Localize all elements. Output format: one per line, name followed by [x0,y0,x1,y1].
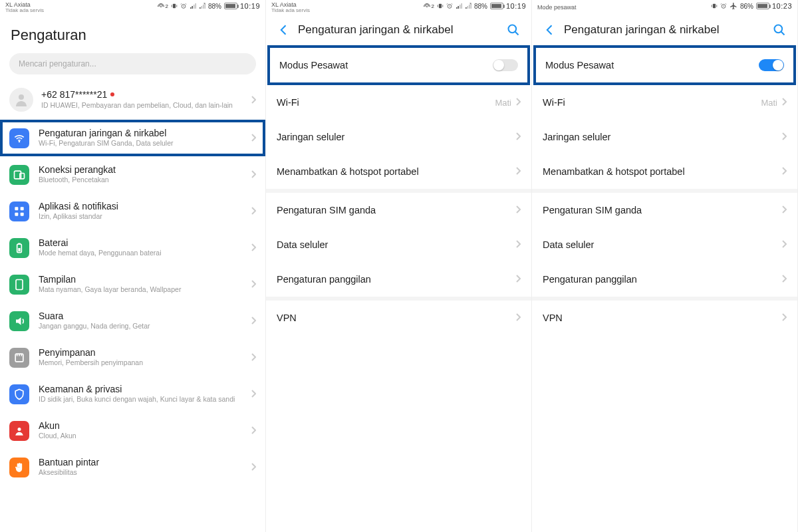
svg-text:×: × [469,3,471,5]
chevron-right-icon [781,239,787,251]
network-item[interactable]: Menambatkan & hotspot portabel [266,154,531,189]
item-title: Aplikasi & notifikasi [39,201,243,211]
account-phone: +62 817******21 [41,89,107,100]
airplane-mode-label: Modus Pesawat [545,60,759,70]
account-icon [9,421,29,441]
airplane-mode-row[interactable]: Modus Pesawat [535,47,795,84]
chevron-right-icon [515,96,521,108]
network-item[interactable]: Menambatkan & hotspot portabel [532,154,797,189]
item-title: Keamanan & privasi [39,384,243,394]
avatar-icon [9,88,33,112]
battery-icon [9,238,29,258]
settings-item[interactable]: PenyimpananMemori, Pembersih penyimpanan [0,339,265,376]
status-sub: Tidak ada servis [271,8,310,13]
network-item[interactable]: Wi-FiMati [532,85,797,120]
status-bar: Mode pesawat 86% 10:23 [532,0,797,15]
alarm-icon [180,3,187,9]
item-title: Suara [39,311,243,321]
chevron-right-icon [251,169,256,181]
chevron-right-icon [251,352,256,364]
svg-rect-19 [439,4,442,9]
network-list: Wi-FiMatiJaringan selulerMenambatkan & h… [266,85,531,335]
chevron-right-icon [781,312,787,324]
network-item[interactable]: Pengaturan SIM ganda [532,193,797,227]
svg-text:×: × [203,3,205,5]
chevron-right-icon [251,205,256,217]
chevron-right-icon [515,204,521,216]
item-sub: Bluetooth, Pencetakan [39,176,243,185]
status-bar: XL Axiata Tidak ada servis 2 × 88% 10:19 [266,0,531,15]
chevron-right-icon [251,242,256,254]
search-button[interactable] [502,19,525,41]
storage-icon [9,348,29,368]
signal2-icon: × [199,3,205,9]
back-button[interactable] [539,19,561,41]
alarm-icon [720,3,727,9]
search-button[interactable] [768,19,791,41]
status-time: 10:23 [772,2,792,10]
network-item[interactable]: Jaringan seluler [532,120,797,154]
chevron-right-icon [251,462,256,473]
chevron-right-icon [251,94,256,106]
settings-list: Pengaturan jaringan & nirkabelWi-Fi, Pen… [0,120,265,485]
page-title: Pengaturan [0,15,265,53]
settings-item[interactable]: Bantuan pintarAksesibilitas [0,449,265,485]
display-icon [9,275,29,295]
settings-item[interactable]: Keamanan & privasiID sidik jari, Buka ku… [0,376,265,412]
chevron-right-icon [781,273,787,285]
vibrate-icon [437,3,444,9]
account-sub: ID HUAWEI, Pembayaran dan pembelian, Clo… [41,101,256,110]
network-item[interactable]: Data seluler [532,227,797,262]
network-item[interactable]: VPN [266,301,531,335]
item-title: Baterai [39,237,243,248]
settings-item[interactable]: BateraiMode hemat daya, Penggunaan bater… [0,229,265,266]
svg-rect-13 [18,243,20,244]
account-row[interactable]: +62 817******21 ID HUAWEI, Pembayaran da… [0,81,265,120]
battery-icon [756,3,769,9]
item-label: Menambatkan & hotspot portabel [277,166,515,177]
item-title: Akun [39,420,243,431]
header-bar: Pengaturan jaringan & nirkabel [266,15,531,45]
settings-item[interactable]: AkunCloud, Akun [0,412,265,449]
network-item[interactable]: Pengaturan SIM ganda [266,193,531,227]
network-item[interactable]: VPN [532,301,797,335]
settings-item[interactable]: SuaraJangan ganggu, Nada dering, Getar [0,303,265,339]
screen-network-on: Mode pesawat 86% 10:23 Pengaturan jaring… [532,0,798,532]
devices-icon [9,165,29,185]
network-item[interactable]: Wi-FiMati [266,85,531,120]
network-item[interactable]: Pengaturan panggilan [266,262,531,297]
network-item[interactable]: Pengaturan panggilan [532,262,797,297]
item-sub: Izin, Aplikasi standar [39,212,243,221]
item-label: VPN [543,313,781,323]
airplane-toggle[interactable] [759,59,784,71]
airplane-mode-row[interactable]: Modus Pesawat [269,47,529,84]
chevron-right-icon [515,312,521,324]
status-right: 86% 10:23 [711,2,792,10]
item-title: Bantuan pintar [39,457,243,467]
settings-item[interactable]: Pengaturan jaringan & nirkabelWi-Fi, Pen… [0,120,265,156]
security-icon [9,384,29,404]
search-input[interactable]: Mencari pengaturan... [9,53,256,74]
item-label: Menambatkan & hotspot portabel [543,166,781,177]
chevron-right-icon [515,166,521,178]
chevron-right-icon [251,388,256,400]
network-item[interactable]: Jaringan seluler [266,120,531,154]
svg-rect-10 [15,212,18,215]
settings-item[interactable]: TampilanMata nyaman, Gaya layar beranda,… [0,266,265,303]
status-right: 2 × 88% 10:19 [423,2,527,10]
settings-item[interactable]: Aplikasi & notifikasiIzin, Aplikasi stan… [0,193,265,229]
svg-point-17 [18,428,21,431]
settings-item[interactable]: Koneksi perangkatBluetooth, Pencetakan [0,156,265,193]
chevron-right-icon [515,131,521,143]
item-sub: Aksesibilitas [39,468,243,477]
item-sub: Mode hemat daya, Penggunaan baterai [39,249,243,258]
svg-point-22 [509,25,517,33]
item-sub: Wi-Fi, Pengaturan SIM Ganda, Data selule… [39,139,243,148]
airplane-toggle[interactable] [493,59,518,71]
back-button[interactable] [273,19,295,41]
item-sub: ID sidik jari, Buka kunci dengan wajah, … [39,395,243,404]
hotspot-count: 2 [166,3,168,9]
battery-percent: 86% [740,3,753,10]
chevron-right-icon [515,273,521,285]
network-item[interactable]: Data seluler [266,227,531,262]
